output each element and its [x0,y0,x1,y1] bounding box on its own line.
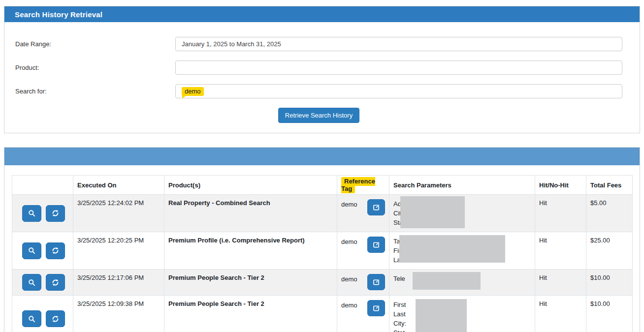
col-search-parameters: Search Parameters [389,176,535,195]
search-for-row: Search for: demo [15,84,622,98]
reference-tag-cell: demo [337,232,389,270]
edit-reference-tag-button[interactable] [367,300,385,316]
rerun-search-button[interactable] [46,310,65,327]
hit-cell: Hit [535,232,586,270]
page-title: Search History Retrieval [15,10,102,19]
executed-on-cell: 3/25/2025 12:17:06 PM [73,270,164,296]
col-actions [12,176,73,195]
rerun-search-button[interactable] [46,274,65,291]
edit-reference-tag-button[interactable] [367,199,385,215]
col-total-fees: Total Fees [586,176,633,195]
edit-reference-tag-button[interactable] [367,274,385,290]
refresh-icon [51,246,60,255]
product-cell: Premium Profile (i.e. Comprehensive Repo… [164,232,337,270]
table-row: 3/25/2025 12:09:38 PM Premium People Sea… [12,296,633,332]
refresh-icon [51,278,60,287]
col-hit-no-hit: Hit/No-Hit [535,176,586,195]
redaction-box [416,299,467,332]
search-parameters-cell: Tele [389,270,535,296]
rerun-search-button[interactable] [46,205,65,222]
product-cell: Premium People Search - Tier 2 [164,270,337,296]
total-fees-cell: $10.00 [586,270,633,296]
edit-icon [372,203,381,211]
search-history-form-panel: Search History Retrieval Date Range: Pro… [4,6,640,133]
edit-icon [372,278,381,286]
view-search-button[interactable] [22,205,41,222]
date-range-input[interactable] [175,37,622,51]
reference-tag-cell: demo [337,195,389,232]
product-input[interactable] [175,60,622,75]
product-cell: Premium People Search - Tier 2 [164,296,337,332]
rerun-search-button[interactable] [46,242,65,259]
reference-tag-value: demo [341,302,357,309]
table-header-row: Executed On Product(s) Reference Tag Sea… [12,176,633,195]
search-parameters-cell: Add City Sta [389,195,535,232]
date-range-row: Date Range: [15,37,622,51]
form-body: Date Range: Product: Search for: demo Re… [4,22,640,133]
table-row: 3/25/2025 12:20:25 PM Premium Profile (i… [12,232,633,270]
redaction-box [399,235,505,263]
executed-on-cell: 3/25/2025 12:09:38 PM [73,296,164,332]
search-icon [28,209,36,217]
search-icon [28,246,36,255]
date-range-label: Date Range: [15,40,175,48]
total-fees-cell: $25.00 [586,232,633,270]
results-body: Executed On Product(s) Reference Tag Sea… [4,165,640,332]
table-row: 3/25/2025 12:24:02 PM Real Property - Co… [12,195,633,232]
product-label: Product: [15,64,175,71]
reference-tag-cell: demo [337,296,389,332]
form-panel-header: Search History Retrieval [4,6,640,22]
redaction-box [400,196,465,228]
search-parameters-cell: Tah Firs Las [389,232,535,270]
search-icon [28,278,36,287]
total-fees-cell: $10.00 [586,296,633,332]
product-cell: Real Property - Combined Search [164,195,337,232]
form-actions: Retrieve Search History [15,108,622,123]
row-actions-cell [12,296,73,332]
row-actions-cell [12,195,73,232]
reference-tag-cell: demo [337,270,389,296]
results-panel-header [4,148,640,165]
search-parameters-cell: First Last City: Stat [389,296,535,332]
table-row: 3/25/2025 12:17:06 PM Premium People Sea… [12,270,633,296]
col-reference-tag: Reference Tag [337,176,389,195]
reference-tag-value: demo [341,275,357,283]
results-panel: Executed On Product(s) Reference Tag Sea… [4,147,640,332]
col-products: Product(s) [164,176,337,195]
search-for-value-highlight: demo [182,87,204,96]
col-executed-on: Executed On [73,176,164,195]
row-actions-cell [12,232,73,270]
search-icon [28,315,36,323]
search-for-label: Search for: [15,88,175,95]
row-actions-cell [12,270,73,296]
total-fees-cell: $5.00 [586,195,633,232]
view-search-button[interactable] [22,242,41,259]
reference-tag-value: demo [341,201,357,208]
retrieve-search-history-button[interactable]: Retrieve Search History [278,108,359,123]
hit-cell: Hit [535,296,586,332]
reference-tag-value: demo [341,238,357,245]
view-search-button[interactable] [22,310,41,327]
hit-cell: Hit [535,270,586,296]
reference-tag-header-highlight: Reference Tag [341,177,375,193]
search-history-table: Executed On Product(s) Reference Tag Sea… [12,175,633,332]
search-for-input[interactable]: demo [175,84,622,98]
executed-on-cell: 3/25/2025 12:24:02 PM [73,195,164,232]
edit-icon [372,304,381,312]
view-search-button[interactable] [22,274,41,291]
executed-on-cell: 3/25/2025 12:20:25 PM [73,232,164,270]
edit-icon [372,241,381,249]
product-row: Product: [15,60,622,75]
redaction-box [413,272,481,290]
edit-reference-tag-button[interactable] [367,237,385,253]
refresh-icon [51,209,60,217]
refresh-icon [51,315,60,323]
hit-cell: Hit [535,195,586,232]
